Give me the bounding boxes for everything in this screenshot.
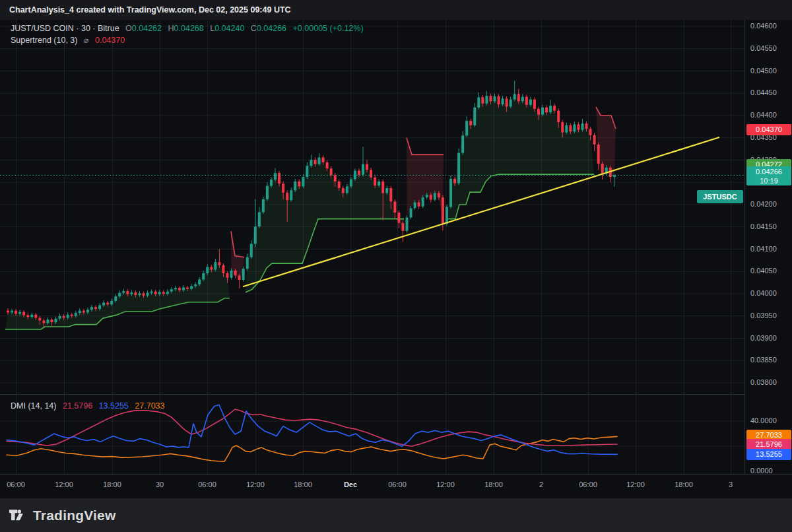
time-tick-label: 18:00 xyxy=(675,481,693,488)
close-label: C xyxy=(251,24,257,33)
dmi-tick-label: 0.0000 xyxy=(750,467,773,475)
supertrend-name: Supertrend (10, 3) xyxy=(11,36,77,45)
price-tick-label: 0.04050 xyxy=(750,267,777,275)
price-tick-label: 0.04550 xyxy=(750,44,777,52)
time-tick-label: 12:00 xyxy=(246,481,265,488)
footer-bar: TradingView 轻松科技 YNQINGSONG.COM xyxy=(0,498,792,532)
axis-price-badge: 0.04370 xyxy=(746,124,791,135)
time-tick-label: 06:00 xyxy=(198,481,216,488)
dmi-adx-value: 21.5796 xyxy=(63,401,92,411)
dmi-legend-row[interactable]: DMI (14, 14) 21.5796 13.5255 27.7033 xyxy=(11,401,164,411)
open-value: 0.04262 xyxy=(132,24,162,33)
dmi-tick-label: 40.0000 xyxy=(750,416,777,424)
time-tick-label: 18:00 xyxy=(294,481,312,488)
time-tick-label: 18:00 xyxy=(484,481,503,488)
chart-title: ChartAnalysis_4 created with TradingView… xyxy=(9,5,291,15)
price-tick-label: 0.04100 xyxy=(750,245,777,253)
price-axis[interactable]: 0.046000.045500.045000.044500.044000.043… xyxy=(744,20,792,474)
time-axis[interactable]: 06:0012:0018:003006:0012:0018:00Dec06:00… xyxy=(0,474,792,498)
top-title-bar: ChartAnalysis_4 created with TradingView… xyxy=(0,0,792,20)
axis-price-badge: 0.0426610:19 xyxy=(746,166,791,185)
price-tick-label: 0.04200 xyxy=(750,200,777,208)
high-value: 0.04268 xyxy=(174,24,204,33)
price-tick-label: 0.04000 xyxy=(750,289,777,297)
price-tick-label: 0.03900 xyxy=(750,334,777,342)
time-tick-label: 12:00 xyxy=(436,481,455,488)
time-tick-label: 12:00 xyxy=(626,481,645,488)
price-tick-label: 0.04450 xyxy=(750,88,777,96)
dmi-minus-di-value: 27.7033 xyxy=(135,401,164,411)
tradingview-logo-icon xyxy=(9,506,27,524)
dmi-plus-di-value: 13.5255 xyxy=(99,401,129,411)
last-price-symbol-label: JSTUSDC xyxy=(697,190,743,203)
price-tick-label: 0.04600 xyxy=(750,22,777,30)
axis-price-badge: 13.5255 xyxy=(746,449,791,460)
low-value: 0.04240 xyxy=(214,24,244,33)
close-value: 0.04266 xyxy=(257,24,286,33)
dmi-name: DMI (14, 14) xyxy=(11,401,56,411)
time-tick-label: 18:00 xyxy=(103,481,121,488)
price-tick-label: 0.03800 xyxy=(750,378,777,386)
axis-price-badge: 21.5796 xyxy=(746,439,791,450)
open-label: O xyxy=(125,24,132,33)
chart-canvas[interactable]: JUST/USD COIN · 30 · Bitrue O0.04262 H0.… xyxy=(0,20,744,474)
time-tick-label: 30 xyxy=(156,481,164,488)
price-tick-label: 0.03950 xyxy=(750,312,777,319)
time-tick-label: 3 xyxy=(729,481,733,488)
price-tick-label: 0.04400 xyxy=(750,111,777,119)
time-tick-label: 06:00 xyxy=(388,481,407,488)
supertrend-legend-row[interactable]: Supertrend (10, 3) ⌀ 0.04370 xyxy=(11,35,125,45)
symbol-legend-row[interactable]: JUST/USD COIN · 30 · Bitrue O0.04262 H0.… xyxy=(11,24,364,33)
tradingview-logo-text: TradingView xyxy=(33,508,116,523)
high-label: H xyxy=(168,24,174,33)
time-tick-label: 2 xyxy=(539,481,543,488)
symbol-name: JUST/USD COIN · 30 · Bitrue xyxy=(11,24,119,33)
change-value: +0.00005 (+0.12%) xyxy=(293,24,364,33)
time-tick-label: 06:00 xyxy=(7,481,25,488)
tradingview-logo-link[interactable]: TradingView xyxy=(9,506,116,524)
price-tick-label: 0.04150 xyxy=(750,222,777,230)
tradingview-chart-page: ChartAnalysis_4 created with TradingView… xyxy=(0,0,792,532)
price-tick-label: 0.04500 xyxy=(750,67,777,75)
time-tick-label: Dec xyxy=(344,481,357,488)
price-tick-label: 0.03850 xyxy=(750,356,777,364)
time-tick-label: 06:00 xyxy=(579,481,597,488)
supertrend-value: 0.04370 xyxy=(95,36,125,45)
time-tick-label: 12:00 xyxy=(55,481,73,488)
